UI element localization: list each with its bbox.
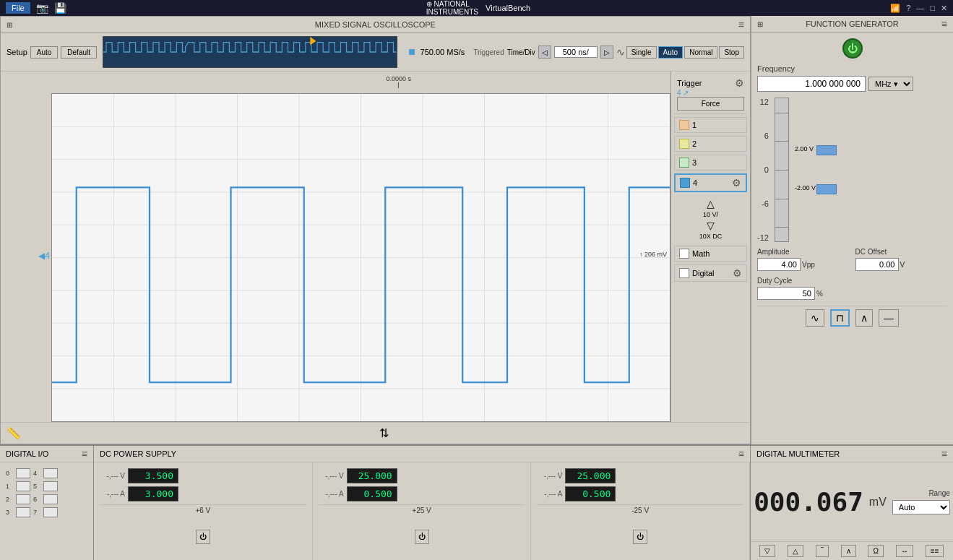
sine-wave-button[interactable]: ∿ xyxy=(806,309,824,327)
dio-row-2: 2 xyxy=(6,494,30,504)
duty-cycle-unit: % xyxy=(816,290,823,298)
amplitude-section: Amplitude Vpp xyxy=(757,248,850,271)
psu-ch2-voltage-input[interactable] xyxy=(347,468,397,483)
trigger-gear-icon[interactable]: ⚙ xyxy=(735,77,744,89)
power-icon: ⏻ xyxy=(848,43,858,54)
maximize-button[interactable]: □ xyxy=(930,4,935,12)
digital-button[interactable]: Digital ⚙ xyxy=(674,264,747,282)
dio-pin-4[interactable] xyxy=(43,468,58,478)
help-icon[interactable]: ? xyxy=(906,4,910,12)
probe-scale-label: 10 V/ xyxy=(703,211,718,218)
dio-pin-2[interactable] xyxy=(16,494,30,504)
psu-title: DC POWER SUPPLY xyxy=(100,449,176,458)
tick-6 xyxy=(775,141,788,142)
minimize-button[interactable]: — xyxy=(916,4,924,12)
dmm-btn-3[interactable]: ‾ xyxy=(816,545,828,557)
cursor-icon[interactable]: ⇅ xyxy=(379,426,389,440)
stop-trigger-button[interactable]: Stop xyxy=(719,46,744,59)
frequency-input[interactable] xyxy=(757,76,866,92)
frequency-unit-select[interactable]: MHz ▾ xyxy=(868,77,913,91)
probe-up-icon[interactable]: △ xyxy=(707,198,715,210)
psu-ch3-current-input[interactable] xyxy=(565,486,616,501)
ch4-gear-icon[interactable]: ⚙ xyxy=(732,177,741,189)
square-wave-button[interactable]: ⊓ xyxy=(830,309,850,327)
duty-cycle-section: Duty Cycle % xyxy=(757,277,947,300)
dmm-btn-7[interactable]: ≡≡ xyxy=(926,545,944,557)
dio-pin-7[interactable] xyxy=(43,507,58,517)
osc-menu-icon[interactable]: ≡ xyxy=(738,19,744,30)
auto-setup-button[interactable]: Auto xyxy=(30,46,59,59)
dio-row-4: 4 xyxy=(33,468,58,478)
psu-menu-icon[interactable]: ≡ xyxy=(738,448,744,460)
save-icon[interactable]: 💾 xyxy=(54,2,66,14)
dio-pin-3[interactable] xyxy=(16,507,30,517)
channel-2-button[interactable]: 2 xyxy=(674,136,747,152)
amplitude-input[interactable] xyxy=(757,258,801,271)
dio-pin-0[interactable] xyxy=(16,468,30,478)
dio-menu-icon[interactable]: ≡ xyxy=(82,448,87,460)
channel-4-button[interactable]: 4 ⚙ xyxy=(674,173,747,192)
fg-menu-icon[interactable]: ≡ xyxy=(941,18,947,30)
default-setup-button[interactable]: Default xyxy=(61,46,97,59)
timediv-section: Time/Div ◁ 500 ns/ ▷ xyxy=(507,46,613,59)
amplitude-slider-handle[interactable] xyxy=(816,145,837,155)
psu-ch1-voltage-input[interactable] xyxy=(128,468,178,483)
math-button[interactable]: Math xyxy=(674,246,747,262)
osc-toolbar: Setup Auto Default xyxy=(1,33,750,72)
dio-pin-5[interactable] xyxy=(43,481,58,491)
timediv-decrease-button[interactable]: ◁ xyxy=(538,46,551,59)
dmm-btn-5[interactable]: Ω xyxy=(868,545,883,557)
probe-down-icon[interactable]: ▽ xyxy=(707,220,715,231)
triangle-wave-button[interactable]: ∧ xyxy=(855,309,873,327)
offset-slider-handle[interactable] xyxy=(816,184,837,194)
scale-ruler-icon[interactable]: 📏 xyxy=(7,426,21,440)
dmm-btn-4[interactable]: ∧ xyxy=(841,545,856,557)
channel-1-button[interactable]: 1 xyxy=(674,117,747,133)
file-menu-button[interactable]: File xyxy=(6,2,30,14)
osc-grid[interactable]: ↑ 206 mV xyxy=(51,93,670,422)
flat-wave-button[interactable]: — xyxy=(879,309,899,327)
dio-col-right: 4 5 6 7 xyxy=(33,468,58,554)
digital-label: Digital xyxy=(692,269,715,277)
single-trigger-button[interactable]: Single xyxy=(626,46,657,59)
dio-num-1: 1 xyxy=(6,483,14,490)
timediv-value: 500 ns/ xyxy=(554,46,598,58)
osc-title: MIXED SIGNAL OSCILLOSCOPE xyxy=(12,20,738,29)
dio-row-3: 3 xyxy=(6,507,30,517)
dc-offset-input[interactable] xyxy=(855,258,899,271)
dmm-btn-6[interactable]: ↔ xyxy=(896,545,913,557)
dmm-unit: mV xyxy=(869,496,887,509)
dmm-panel: DIGITAL MULTIMETER ≡ 000.067 mV Range Au… xyxy=(751,446,953,560)
psu-ch2-current-input[interactable] xyxy=(347,486,397,501)
fg-header: ⊞ FUNCTION GENERATOR ≡ xyxy=(751,16,953,33)
dmm-btn-1[interactable]: ▽ xyxy=(759,545,775,557)
psu-ch1-power-button[interactable]: ⏻ xyxy=(196,530,210,544)
auto-trigger-button[interactable]: Auto xyxy=(658,46,684,59)
dio-pin-6[interactable] xyxy=(43,494,58,504)
timediv-increase-button[interactable]: ▷ xyxy=(600,46,613,59)
dio-grid: 0 1 2 3 xyxy=(0,462,93,560)
psu-ch1-current-input[interactable] xyxy=(128,486,178,501)
digital-gear-icon[interactable]: ⚙ xyxy=(733,267,742,279)
close-button[interactable]: ✕ xyxy=(941,4,947,13)
duty-cycle-input[interactable] xyxy=(757,287,815,300)
dmm-range-select[interactable]: Auto xyxy=(892,500,950,514)
scale-0-label: 0 xyxy=(757,165,769,174)
psu-ch1-current-row: -,--- A xyxy=(100,486,306,501)
title-bar: File 📷 💾 ⊕ NATIONALINSTRUMENTS VirtualBe… xyxy=(0,0,953,16)
camera-icon[interactable]: 📷 xyxy=(36,2,48,14)
app-name: VirtualBench xyxy=(486,4,530,12)
psu-ch3-power-button[interactable]: ⏻ xyxy=(633,530,647,544)
voltage-reading: ↑ 206 mV xyxy=(639,251,667,258)
force-button[interactable]: Force xyxy=(677,97,744,111)
psu-ch3-voltage-input[interactable] xyxy=(565,468,616,483)
dio-pin-1[interactable] xyxy=(16,481,30,491)
time-marker-line xyxy=(398,82,399,88)
psu-ch2-power-button[interactable]: ⏻ xyxy=(415,530,429,544)
dmm-menu-icon[interactable]: ≡ xyxy=(941,448,947,460)
tick-0 xyxy=(775,170,788,171)
dmm-btn-2[interactable]: △ xyxy=(788,545,803,557)
power-button[interactable]: ⏻ xyxy=(842,38,863,59)
channel-3-button[interactable]: 3 xyxy=(674,155,747,171)
normal-trigger-button[interactable]: Normal xyxy=(684,46,717,59)
